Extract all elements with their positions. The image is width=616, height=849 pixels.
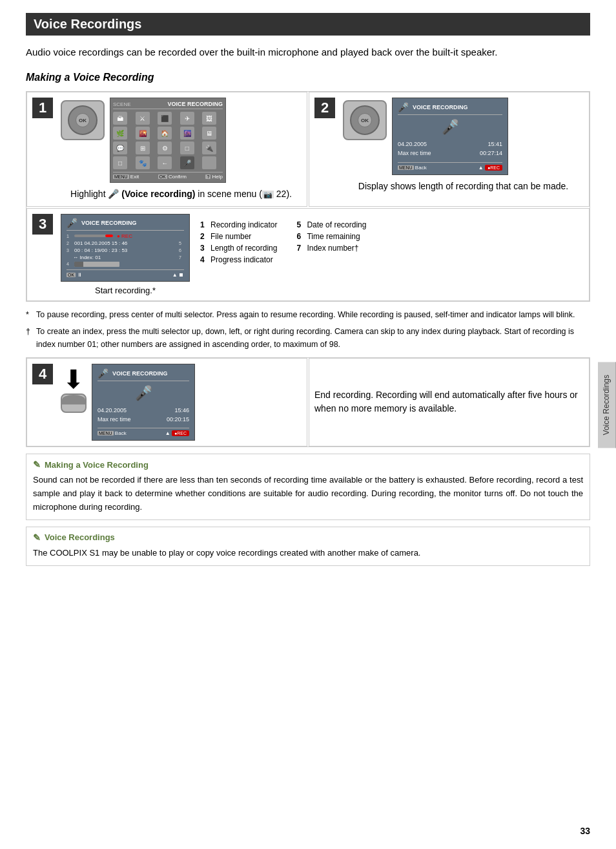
menu-icon: ⚔ [136, 112, 150, 125]
step-3-content: 🎤 VOICE RECORDING 1 ● REC [61, 214, 584, 295]
menu-icon: ✈ [180, 112, 194, 125]
step3-row-1: 1 ● REC [67, 233, 184, 239]
step3-screen: 🎤 VOICE RECORDING 1 ● REC [61, 214, 190, 282]
step-4-text-cell: End recording. Recording will end automa… [309, 358, 590, 447]
mic-icon-step3: 🎤 [67, 218, 77, 228]
menu-icon: 🌇 [136, 127, 150, 140]
step3-row-progress: 4 [67, 262, 184, 267]
step4-screen: 🎤 VOICE RECORDING 🎤 04.20.2005 15:46 Max… [92, 364, 195, 441]
step-2-caption: Display shows length of recording that c… [343, 180, 584, 193]
menu-icon: 💬 [113, 142, 127, 154]
footnote-dagger: † To create an index, press the multi se… [26, 325, 590, 351]
mic-icon-step2: 🎤 [398, 102, 409, 112]
nav-circle-step1: OK [68, 105, 98, 135]
note-box-1-header: ✎ Making a Voice Recording [33, 459, 583, 470]
step3-row-2: 2 001 04.20.2005 15 : 46 5 [67, 240, 184, 246]
note-icon-1: ✎ [33, 459, 41, 470]
section-heading: Making a Voice Recording [26, 72, 590, 83]
step2-footer: MENU Back ▲ ●REC [398, 162, 502, 171]
menu-icon: ⊞ [136, 142, 150, 154]
menu-icon: ⚙ [158, 142, 172, 154]
nav-circle-step2: OK [350, 105, 380, 135]
step-1-content: OK SCENE VOICE RECORDING 🏔 ⚔ [61, 98, 302, 201]
step-3-cell: 3 🎤 VOICE RECORDING 1 [26, 208, 590, 301]
ok-button-step1: OK [76, 113, 90, 127]
intro-text: Audio voice recordings can be recorded o… [26, 45, 590, 60]
step2-header: 🎤 VOICE RECORDING [398, 102, 502, 115]
ok-button-step2: OK [358, 113, 372, 127]
menu-icon: 🔌 [202, 142, 216, 154]
menu-icon: □ [113, 156, 127, 169]
menu-screen-title: SCENE VOICE RECORDING [113, 101, 223, 109]
step-4-content: ⬇ 🎤 VOICE RECORDING 🎤 [61, 364, 302, 441]
step-3-caption: Start recording.* [95, 286, 156, 295]
menu-icon: 🐾 [136, 156, 150, 169]
menu-icon [202, 156, 216, 169]
step2-screen: 🎤 VOICE RECORDING 🎤 04.20.2005 15:41 Max… [392, 98, 508, 175]
footnotes: * To pause recording, press center of mu… [26, 308, 590, 351]
step3-row-4: ↔ Index: 01 7 [67, 255, 184, 260]
mic-large-icon-step4: 🎤 [98, 385, 189, 402]
menu-icon: ← [158, 156, 172, 169]
annotation-3: 3Length of recording [200, 244, 277, 253]
step4-info: 04.20.2005 15:46 Max rec time 00:20:15 [98, 406, 189, 424]
menu-icon: 🌆 [180, 127, 194, 140]
step4-header: 🎤 VOICE RECORDING [98, 368, 189, 381]
step2-info: 04.20.2005 15:41 Max rec time 00:27:14 [398, 140, 502, 158]
step-3-number: 3 [32, 214, 53, 235]
side-tab: Voice Recordings [598, 362, 616, 448]
step-2-content: OK 🎤 VOICE RECORDING 🎤 04.20.2005 [343, 98, 584, 193]
step3-row-3: 3 00 : 04 : 19/00 : 23 : 53 6 [67, 247, 184, 253]
menu-icon: 🖼 [202, 112, 216, 125]
note-icon-2: ✎ [33, 532, 41, 543]
step-4-number: 4 [32, 364, 53, 384]
menu-icon-mic-active: 🎤 [180, 156, 194, 169]
step-1-cell: 1 OK SCENE VOICE [26, 92, 307, 207]
step-1-number: 1 [32, 98, 53, 118]
step-2-number: 2 [314, 98, 335, 118]
menu-icons-grid: 🏔 ⚔ ⬛ ✈ 🖼 🌿 🌇 🏠 🌆 🖥 💬 ⊞ [113, 112, 223, 169]
menu-icon: 🏔 [113, 112, 127, 125]
annotation-4: 4Progress indicator [200, 255, 277, 264]
annotation-7: 7Index number† [296, 244, 373, 253]
menu-footer: MENU Exit OK Confirm ? Help [113, 172, 223, 180]
menu-icon: 🏠 [158, 127, 172, 140]
step3-footer: OK ⏸ ▲ ⏹ [67, 269, 184, 278]
annotation-5: 5Date of recording [296, 220, 373, 229]
annotation-1: 1Recording indicator [200, 220, 277, 229]
step-1-caption: Highlight 🎤 (Voice recording) in scene m… [61, 188, 302, 201]
step4-footer: MENU Back ▲ ●REC [98, 428, 189, 436]
rec-badge: ●REC [485, 165, 502, 171]
footnote-asterisk: * To pause recording, press center of mu… [26, 308, 590, 321]
rec-badge-step4: ●REC [172, 430, 189, 436]
note-box-2-header: ✎ Voice Recordings [33, 532, 583, 543]
menu-screen-step1: SCENE VOICE RECORDING 🏔 ⚔ ⬛ ✈ 🖼 🌿 🌇 🏠 [110, 98, 226, 183]
step3-annotations: 1Recording indicator 5Date of recording … [200, 220, 374, 264]
step-4-cell: 4 ⬇ 🎤 VOICE RECORDING [26, 358, 307, 447]
note-box-2-text: The COOLPIX S1 may be unable to play or … [33, 547, 583, 560]
step-2-cell: 2 OK 🎤 VOICE RECORDING [309, 92, 590, 207]
menu-icon: □ [180, 142, 194, 154]
note-box-1-text: Sound can not be recorded if there are l… [33, 474, 583, 514]
page-number: 33 [580, 826, 590, 836]
note-box-making-voice-recording: ✎ Making a Voice Recording Sound can not… [26, 454, 590, 519]
menu-icon: 🖥 [202, 127, 216, 140]
menu-icon: ⬛ [158, 112, 172, 125]
step-4-caption: End recording. Recording will end automa… [314, 388, 584, 415]
note-box-voice-recordings: ✎ Voice Recordings The COOLPIX S1 may be… [26, 527, 590, 566]
mic-large-icon: 🎤 [398, 119, 502, 136]
page-title: Voice Recordings [26, 13, 590, 36]
mic-icon-step4: 🎤 [98, 368, 108, 379]
annotation-2: 2File number [200, 232, 277, 241]
step3-header: 🎤 VOICE RECORDING [67, 218, 184, 231]
menu-icon: 🌿 [113, 127, 127, 140]
annotation-6: 6Time remaining [296, 232, 373, 241]
